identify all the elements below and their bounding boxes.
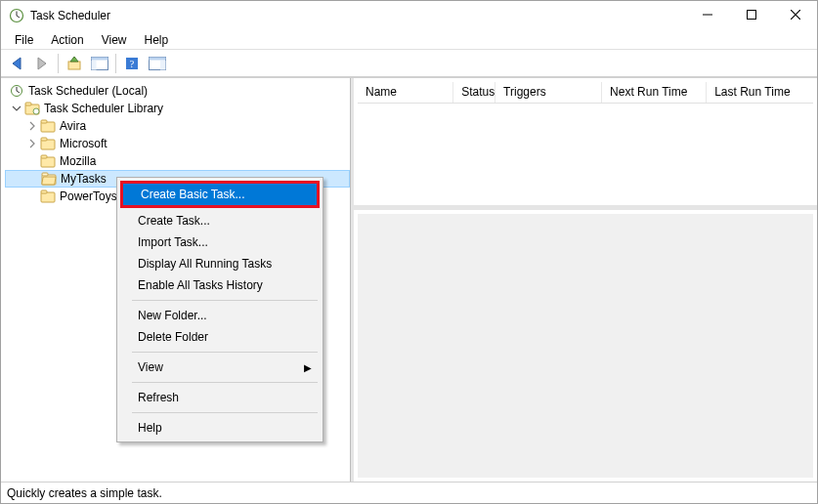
svg-marker-7 [13,58,21,69]
folder-icon [40,189,56,203]
titlebar: Task Scheduler [1,1,817,30]
svg-rect-35 [41,190,47,193]
svg-rect-30 [41,155,47,158]
forward-button[interactable] [30,52,54,75]
svg-rect-18 [160,61,166,70]
menu-separator [132,412,318,413]
ctx-help[interactable]: Help [120,417,320,439]
window-title: Task Scheduler [30,9,110,22]
ctx-item-label: Create Task... [138,214,210,228]
menu-file[interactable]: File [7,31,41,49]
toolbar-separator [58,54,59,73]
svg-rect-26 [41,120,47,123]
ctx-import-task[interactable]: Import Task... [120,231,320,253]
col-status[interactable]: Status [453,82,495,103]
tree-item-label: Avira [60,119,86,133]
menu-view[interactable]: View [94,31,135,49]
help-button[interactable]: ? [120,52,144,75]
details-pane [358,214,813,478]
expander-closed-icon[interactable] [26,120,38,132]
ctx-item-label: Enable All Tasks History [138,278,263,292]
menu-help[interactable]: Help [137,31,177,49]
svg-rect-4 [747,11,755,20]
list-body[interactable] [358,104,813,205]
task-list: Name Status Triggers Next Run Time Last … [354,78,817,210]
svg-rect-28 [41,138,47,141]
menubar: File Action View Help [1,30,817,50]
ctx-item-label: Create Basic Task... [141,188,245,201]
statusbar: Quickly creates a simple task. [1,482,817,503]
app-icon [9,8,24,23]
tree-item-label: Microsoft [60,137,108,150]
tree-library[interactable]: Task Scheduler Library [5,100,350,117]
show-hide-tree-button[interactable] [88,52,111,75]
toolbar: ? [1,50,817,77]
menu-separator [132,382,318,383]
ctx-enable-history[interactable]: Enable All Tasks History [120,274,320,296]
tree-item-microsoft[interactable]: Microsoft [5,135,350,152]
folder-icon [40,119,56,133]
ctx-item-label: Delete Folder [138,330,208,344]
window-controls [685,1,817,30]
svg-line-6 [791,10,800,20]
tree-library-label: Task Scheduler Library [44,102,163,115]
ctx-item-label: Help [138,421,162,435]
highlight-annotation: Create Basic Task... [120,181,320,208]
list-header: Name Status Triggers Next Run Time Last … [358,82,813,104]
ctx-delete-folder[interactable]: Delete Folder [120,326,320,348]
context-menu: Create Basic Task... Create Task... Impo… [116,177,323,442]
back-button[interactable] [5,52,28,75]
svg-rect-33 [42,177,56,185]
task-scheduler-window: Task Scheduler File Action View Help [0,0,818,504]
expander-open-icon[interactable] [11,103,22,114]
svg-rect-9 [68,62,80,69]
tree-item-label: Mozilla [60,154,96,168]
folder-icon [40,154,56,168]
folder-open-icon [41,172,57,186]
ctx-item-label: New Folder... [138,309,207,322]
close-button[interactable] [773,1,817,28]
maximize-button[interactable] [729,1,773,28]
ctx-item-label: View [138,360,163,374]
ctx-item-label: Import Task... [138,235,208,249]
clock-icon [9,84,24,98]
ctx-view[interactable]: View ▶ [120,357,320,378]
svg-marker-8 [38,58,46,69]
tree-item-mozilla[interactable]: Mozilla [5,152,350,170]
expander-closed-icon[interactable] [26,138,38,149]
svg-marker-10 [70,57,78,62]
tree-item-label: PowerToys [60,189,117,203]
svg-rect-12 [92,57,108,60]
svg-rect-23 [25,103,31,105]
col-triggers[interactable]: Triggers [495,82,602,103]
tree-root-label: Task Scheduler (Local) [28,84,148,98]
col-next-run[interactable]: Next Run Time [602,82,707,103]
up-button[interactable] [63,52,86,75]
svg-rect-13 [92,61,97,70]
col-name[interactable]: Name [358,82,453,103]
ctx-display-running[interactable]: Display All Running Tasks [120,253,320,274]
show-hide-action-pane-button[interactable] [146,52,169,75]
tree-item-avira[interactable]: Avira [5,117,350,135]
ctx-create-task[interactable]: Create Task... [120,210,320,231]
svg-rect-17 [150,57,166,60]
ctx-refresh[interactable]: Refresh [120,387,320,408]
tree-root[interactable]: Task Scheduler (Local) [5,82,350,100]
menu-separator [132,352,318,353]
folder-icon [40,137,56,150]
ctx-create-basic-task[interactable]: Create Basic Task... [123,184,317,205]
submenu-arrow-icon: ▶ [304,362,312,373]
col-last-run[interactable]: Last Run Time [707,82,813,103]
svg-rect-32 [42,173,48,176]
menu-action[interactable]: Action [43,31,91,49]
ctx-item-label: Display All Running Tasks [138,257,272,271]
minimize-button[interactable] [685,1,729,28]
svg-point-24 [33,108,39,114]
library-icon [24,102,40,115]
right-pane: Name Status Triggers Next Run Time Last … [351,78,817,482]
menu-separator [132,300,318,301]
toolbar-separator [115,54,116,73]
ctx-item-label: Refresh [138,391,179,404]
svg-text:?: ? [130,59,135,69]
ctx-new-folder[interactable]: New Folder... [120,305,320,326]
